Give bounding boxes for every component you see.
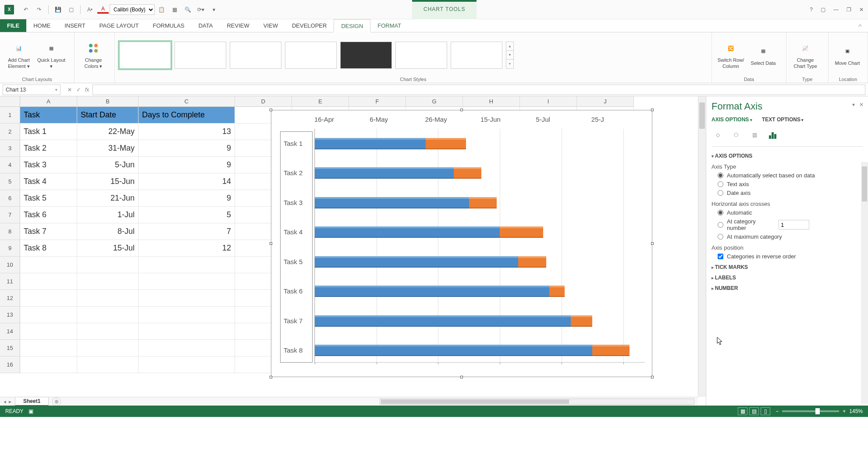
sheet-tab[interactable]: Sheet1 (15, 397, 49, 406)
pane-close-button[interactable]: ✕ (859, 102, 864, 108)
column-header[interactable]: A (20, 96, 77, 107)
zoom-level[interactable]: 145% (849, 408, 863, 414)
cell[interactable]: 1-Jul (77, 207, 139, 223)
cell[interactable]: 15-Jun (77, 173, 139, 190)
row-header[interactable]: 15 (0, 340, 20, 357)
chart-style-thumb[interactable] (230, 42, 281, 69)
cell[interactable]: Task 3 (20, 157, 77, 173)
cell[interactable]: Days to Complete (139, 107, 235, 124)
cell[interactable] (77, 340, 139, 357)
column-header[interactable]: H (463, 96, 520, 107)
undo-button[interactable]: ↶ (20, 4, 32, 15)
chart-bar[interactable] (315, 256, 546, 268)
column-header[interactable]: E (292, 96, 349, 107)
restore-button[interactable]: ❐ (847, 7, 851, 13)
tab-format[interactable]: FORMAT (370, 19, 408, 32)
zoom-in-button[interactable]: + (843, 408, 846, 414)
cell[interactable] (77, 307, 139, 323)
tab-file[interactable]: FILE (0, 19, 26, 32)
chart-bar[interactable] (315, 315, 592, 327)
category-number-input[interactable] (779, 220, 809, 229)
move-chart-button[interactable]: ▣Move Chart (833, 44, 862, 66)
sheet-nav[interactable]: ◂▸ (0, 399, 15, 405)
section-labels[interactable]: LABELS (711, 275, 861, 281)
cell[interactable] (20, 323, 77, 340)
chart-bar[interactable] (315, 345, 630, 356)
cell[interactable]: 21-Jun (77, 190, 139, 207)
minimize-button[interactable]: — (833, 7, 839, 13)
effects-icon[interactable]: ⬠ (730, 129, 742, 141)
font-family-select[interactable]: Calibri (Body) (110, 4, 155, 15)
cancel-formula-icon[interactable]: ✕ (68, 87, 72, 93)
pane-scrollbar[interactable] (861, 162, 868, 404)
cell[interactable]: 12 (139, 240, 235, 257)
qat-button[interactable]: 🔍 (182, 4, 193, 15)
chart-plot-area[interactable] (314, 129, 645, 363)
new-button[interactable]: ▢ (65, 4, 77, 15)
font-color-button[interactable]: A (97, 6, 109, 14)
row-header[interactable]: 5 (0, 173, 20, 190)
cell[interactable]: Task 4 (20, 173, 77, 190)
cell[interactable]: 7 (139, 223, 235, 240)
section-tick-marks[interactable]: TICK MARKS (711, 264, 861, 270)
column-header[interactable]: B (77, 96, 139, 107)
cell[interactable]: Task 6 (20, 207, 77, 223)
cell[interactable]: 22-May (77, 124, 139, 140)
section-axis-options[interactable]: AXIS OPTIONS (711, 153, 861, 159)
chart-bar[interactable] (315, 167, 481, 179)
add-chart-element-button[interactable]: 📊Add Chart Element ▾ (4, 41, 33, 69)
axis-options-icon[interactable] (767, 129, 779, 141)
chart-bar[interactable] (315, 197, 497, 208)
select-all-button[interactable] (0, 96, 20, 107)
cell[interactable]: 9 (139, 140, 235, 157)
column-headers[interactable]: ABCDEFGHIJ (20, 96, 706, 107)
chart-object[interactable]: 16-Apr6-May26-May15-Jun5-Jul25-J Task 1T… (271, 110, 652, 377)
row-header[interactable]: 8 (0, 223, 20, 240)
cell[interactable] (20, 290, 77, 307)
row-header[interactable]: 9 (0, 240, 20, 257)
cell[interactable]: 31-May (77, 140, 139, 157)
cell[interactable] (139, 357, 235, 373)
name-box[interactable]: Chart 13 (3, 85, 60, 95)
qat-button[interactable]: ▦ (169, 4, 180, 15)
tab-design[interactable]: DESIGN (334, 19, 370, 32)
macro-record-icon[interactable]: ▣ (28, 408, 33, 414)
radio-axis-type-date[interactable]: Date axis (718, 190, 861, 196)
cell[interactable] (139, 307, 235, 323)
size-properties-icon[interactable]: ▥ (748, 129, 761, 141)
cell[interactable]: Task 1 (20, 124, 77, 140)
tab-page-layout[interactable]: PAGE LAYOUT (92, 19, 146, 32)
row-header[interactable]: 2 (0, 124, 20, 140)
qat-button[interactable]: 📋 (156, 4, 167, 15)
chart-x-axis[interactable]: 16-Apr6-May26-May15-Jun5-Jul25-J (314, 116, 647, 123)
worksheet-area[interactable]: ABCDEFGHIJ 1TaskStart DateDays to Comple… (0, 96, 706, 406)
view-page-break-button[interactable]: ▯ (761, 407, 770, 415)
cell[interactable] (20, 357, 77, 373)
pane-tab-axis-options[interactable]: AXIS OPTIONS (711, 116, 752, 123)
cell[interactable]: 13 (139, 124, 235, 140)
change-chart-type-button[interactable]: 📈Change Chart Type (791, 41, 820, 69)
cell[interactable] (139, 323, 235, 340)
zoom-control[interactable]: − + 145% (776, 408, 863, 414)
tab-data[interactable]: DATA (192, 19, 220, 32)
section-number[interactable]: NUMBER (711, 285, 861, 291)
chart-style-thumb[interactable] (451, 42, 502, 69)
chart-bar[interactable] (315, 286, 565, 297)
tab-review[interactable]: REVIEW (220, 19, 256, 32)
close-button[interactable]: ✕ (859, 7, 864, 13)
row-header[interactable]: 13 (0, 307, 20, 323)
tab-developer[interactable]: DEVELOPER (285, 19, 334, 32)
vertical-scrollbar[interactable] (698, 96, 706, 397)
column-header[interactable]: J (577, 96, 634, 107)
column-header[interactable]: C (139, 96, 235, 107)
pane-options-button[interactable]: ▾ (852, 102, 855, 108)
tab-view[interactable]: VIEW (256, 19, 285, 32)
cell[interactable] (77, 323, 139, 340)
fill-line-icon[interactable]: ◇ (711, 129, 724, 141)
radio-crosses-category-number[interactable]: At category number (718, 218, 861, 231)
tab-home[interactable]: HOME (26, 19, 57, 32)
cell[interactable]: Start Date (77, 107, 139, 124)
radio-crosses-auto[interactable]: Automatic (718, 209, 861, 216)
cell[interactable] (20, 340, 77, 357)
collapse-ribbon-button[interactable]: ㅅ (852, 19, 868, 32)
